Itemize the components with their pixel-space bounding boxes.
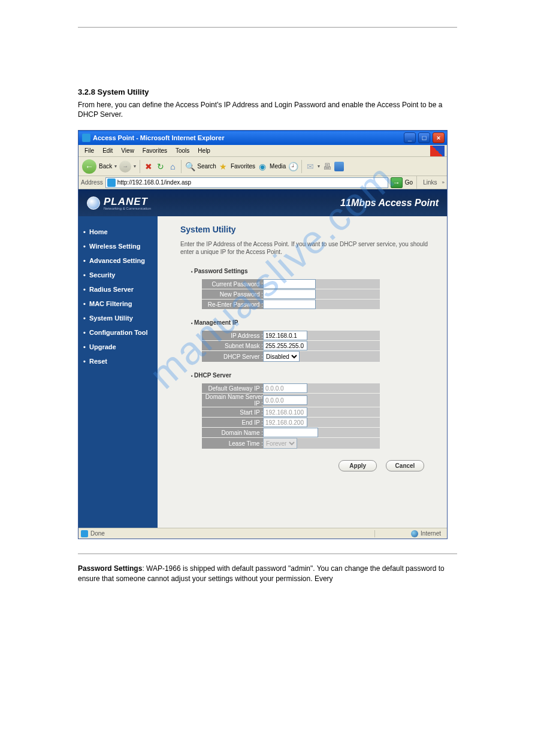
menu-file[interactable]: File [81,146,98,155]
label-start: Start IP : [202,407,263,418]
row-ip: IP Address : [202,331,380,341]
favorites-label[interactable]: Favorites [231,163,255,170]
doc-body: From here, you can define the Access Poi… [78,100,457,119]
label-current-pw: Current Password : [202,279,263,289]
refresh-icon[interactable]: ↻ [156,162,165,171]
internet-zone-icon [411,530,418,537]
favorites-icon[interactable]: ★ [219,162,228,171]
logo-icon [87,196,100,210]
nav-mac[interactable]: MAC Filtering [78,297,158,311]
toolbar: ← Back ▾ → ▾ ✖ ↻ ⌂ 🔍 Search ★ Favorites … [78,157,447,176]
status-bar: Done Internet [78,528,447,539]
menubar: File Edit View Favorites Tools Help [78,145,447,157]
nav-advanced[interactable]: Advanced Setting [78,253,158,268]
back-button[interactable]: ← [82,159,96,174]
menu-view[interactable]: View [117,146,138,155]
tagline: 11Mbps Access Point [340,198,439,208]
label-new-pw: New Password : [202,289,263,300]
input-current-pw[interactable] [263,279,316,289]
brand-sub: Networking & Communication [104,207,151,210]
page-icon [107,179,116,187]
input-ip[interactable] [263,331,307,340]
mail-icon[interactable]: ✉ [306,162,315,171]
row-dns: Domain Name Server IP : [202,394,380,407]
label-dhcp: DHCP Server : [202,351,263,362]
close-button[interactable]: × [433,132,445,143]
media-icon[interactable]: ◉ [258,162,267,171]
address-input[interactable]: http://192.168.0.1/index.asp [105,177,388,188]
nav-upgrade[interactable]: Upgrade [78,340,158,354]
input-mask[interactable] [263,341,307,350]
apply-button[interactable]: Apply [338,460,377,471]
links-chevron[interactable]: » [442,180,445,185]
menu-tools[interactable]: Tools [172,146,193,155]
url-text: http://192.168.0.1/index.asp [117,179,191,186]
nav-sidebar: Home Wireless Setting Advanced Setting S… [78,216,158,528]
input-reenter-pw[interactable] [263,300,316,309]
sep [140,160,140,173]
top-rule [78,27,457,28]
address-label: Address [81,179,103,186]
input-domain[interactable] [263,428,318,437]
menu-edit[interactable]: Edit [99,146,116,155]
label-end: End IP : [202,418,263,428]
stop-icon[interactable]: ✖ [144,162,153,171]
menu-favorites[interactable]: Favorites [139,146,171,155]
password-table: Current Password : New Password : Re-Ent… [202,279,380,310]
forward-button[interactable]: → [119,161,131,173]
label-lease: Lease Time : [202,438,263,449]
input-gw[interactable] [263,383,307,393]
input-dns[interactable] [263,395,307,405]
window-titlebar[interactable]: Access Point - Microsoft Internet Explor… [78,131,447,145]
button-row: Apply Cancel [180,460,435,471]
fwd-dropdown[interactable]: ▾ [134,164,136,169]
print-icon[interactable]: 🖶 [322,162,332,171]
back-dropdown[interactable]: ▾ [114,164,117,169]
nav-home[interactable]: Home [78,225,158,239]
section-password-title: Password Settings [191,268,435,274]
nav-system[interactable]: System Utility [78,311,158,325]
nav-security[interactable]: Security [78,268,158,282]
input-start[interactable] [263,407,307,417]
nav-reset[interactable]: Reset [78,354,158,368]
mid-rule [78,554,457,554]
select-dhcp[interactable]: Disabled [263,351,300,362]
row-reenter-pw: Re-Enter Password : [202,300,380,310]
input-end[interactable] [263,418,307,427]
status-page-icon [81,530,88,537]
maximize-button[interactable]: □ [418,132,430,143]
search-icon[interactable]: 🔍 [185,162,195,171]
nav-wireless[interactable]: Wireless Setting [78,239,158,253]
search-label[interactable]: Search [197,163,216,170]
nav-radius[interactable]: Radius Server [78,282,158,297]
label-mask: Subnet Mask : [202,341,263,351]
web-header: PLANET Networking & Communication 11Mbps… [78,189,447,216]
menu-help[interactable]: Help [194,146,214,155]
logo: PLANET Networking & Communication [87,196,151,210]
history-icon[interactable]: 🕘 [288,162,298,171]
home-icon[interactable]: ⌂ [168,162,177,171]
row-gw: Default Gateway IP : [202,383,380,394]
go-button[interactable]: → [391,177,403,188]
screenshot: Access Point - Microsoft Internet Explor… [78,130,448,539]
sep [181,160,182,173]
page-desc: Enter the IP Address of the Access Point… [180,240,432,256]
minimize-button[interactable]: _ [404,132,416,143]
section-dhcp-title: DHCP Server [191,372,435,379]
page-title: System Utility [180,225,435,234]
sep [301,160,302,173]
nav-config[interactable]: Configuration Tool [78,325,158,340]
links-label[interactable]: Links [421,179,439,186]
back-label[interactable]: Back [99,163,112,170]
edit-icon[interactable] [334,162,344,171]
row-start: Start IP : [202,407,380,418]
para-heading: Password Settings [78,564,142,573]
input-new-pw[interactable] [263,289,316,299]
media-label[interactable]: Media [270,163,286,170]
zone-text: Internet [421,530,441,537]
web-body: Home Wireless Setting Advanced Setting S… [78,216,447,528]
cancel-button[interactable]: Cancel [386,460,424,471]
go-label[interactable]: Go [405,179,413,186]
label-dns: Domain Name Server IP : [202,394,263,407]
mail-dropdown[interactable]: ▾ [318,164,320,169]
